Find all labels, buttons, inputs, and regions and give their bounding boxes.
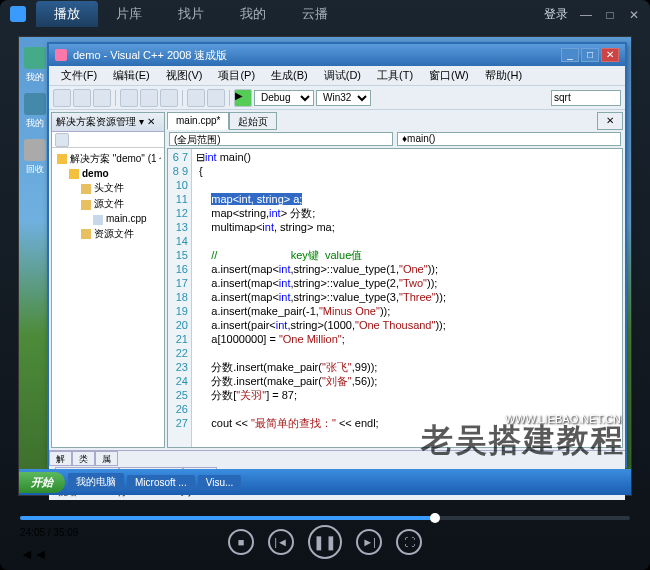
vs-window: demo - Visual C++ 2008 速成版 _ □ ✕ 文件(F) 编…: [47, 42, 627, 468]
vs-toolbar: ▶ Debug Win32: [49, 86, 625, 110]
scope-select[interactable]: (全局范围): [169, 132, 393, 146]
player-tab-find[interactable]: 找片: [160, 1, 222, 27]
tree-folder[interactable]: 资源文件: [55, 226, 161, 242]
tree-solution[interactable]: 解决方案 "demo" (1 个项目: [55, 151, 161, 167]
player-logo-icon: [10, 6, 26, 22]
editor-tab-start[interactable]: 起始页: [229, 112, 277, 130]
vs-app-icon: [55, 49, 67, 61]
seek-thumb-icon[interactable]: [430, 513, 440, 523]
task-item[interactable]: Visu...: [198, 475, 242, 490]
tb-new-icon[interactable]: [53, 89, 71, 107]
editor-panel: main.cpp* 起始页 ✕ (全局范围) ♦main() 6 7 8 9 1…: [167, 112, 623, 448]
btab-solution[interactable]: 解: [49, 451, 72, 466]
vs-title: demo - Visual C++ 2008 速成版: [73, 48, 227, 63]
tree-folder[interactable]: 头文件: [55, 180, 161, 196]
line-gutter: 6 7 8 9 10 11 12 13 14 15 16 17 18 19 20…: [168, 149, 192, 447]
player-tab-mine[interactable]: 我的: [222, 1, 284, 27]
player-titlebar: 播放 片库 找片 我的 云播 登录 — □ ✕: [0, 0, 650, 28]
tb-paste-icon[interactable]: [160, 89, 178, 107]
maximize-icon[interactable]: □: [604, 8, 616, 20]
desktop-icon[interactable]: 我的: [21, 93, 49, 130]
vs-max-icon[interactable]: □: [581, 48, 599, 62]
menu-edit[interactable]: 编辑(E): [105, 66, 158, 85]
tb-cut-icon[interactable]: [120, 89, 138, 107]
start-button[interactable]: 开始: [19, 472, 65, 493]
desktop-icon[interactable]: 回收: [21, 139, 49, 176]
menu-project[interactable]: 项目(P): [210, 66, 263, 85]
tree-folder[interactable]: 源文件: [55, 196, 161, 212]
player-tabs: 播放 片库 找片 我的 云播: [36, 1, 346, 27]
task-item[interactable]: 我的电脑: [68, 473, 124, 491]
video-viewport: 我的 我的 回收 demo - Visual C++ 2008 速成版 _ □ …: [18, 36, 632, 496]
vs-min-icon[interactable]: _: [561, 48, 579, 62]
menu-debug[interactable]: 调试(D): [316, 66, 369, 85]
solution-title: 解决方案资源管理 ▾ ✕: [52, 113, 164, 132]
xp-taskbar: 开始 我的电脑 Microsoft ... Visu...: [19, 469, 631, 495]
tree-project[interactable]: demo: [55, 167, 161, 180]
player-controls: ■ |◄ ❚❚ ►| ⛶: [0, 504, 650, 564]
login-link[interactable]: 登录: [544, 6, 568, 23]
watermark-text: 老吴搭建教程: [421, 419, 625, 463]
desktop-icon[interactable]: 我的: [21, 47, 49, 84]
tb-save-icon[interactable]: [93, 89, 111, 107]
menu-help[interactable]: 帮助(H): [477, 66, 530, 85]
function-select[interactable]: ♦main(): [397, 132, 621, 146]
stop-button[interactable]: ■: [228, 529, 254, 555]
menu-file[interactable]: 文件(F): [53, 66, 105, 85]
vs-close-icon[interactable]: ✕: [601, 48, 619, 62]
tree-file[interactable]: main.cpp: [55, 212, 161, 225]
btab-prop[interactable]: 属: [95, 451, 118, 466]
find-input[interactable]: [551, 90, 621, 106]
tb-undo-icon[interactable]: [187, 89, 205, 107]
tb-copy-icon[interactable]: [140, 89, 158, 107]
code-editor[interactable]: 6 7 8 9 10 11 12 13 14 15 16 17 18 19 20…: [167, 148, 623, 448]
fullscreen-button[interactable]: ⛶: [396, 529, 422, 555]
player-tab-cloud[interactable]: 云播: [284, 1, 346, 27]
player-tab-library[interactable]: 片库: [98, 1, 160, 27]
menu-build[interactable]: 生成(B): [263, 66, 316, 85]
config-select[interactable]: Debug: [254, 90, 314, 106]
editor-tab-main[interactable]: main.cpp*: [167, 112, 229, 130]
player-tab-play[interactable]: 播放: [36, 1, 98, 27]
next-button[interactable]: ►|: [356, 529, 382, 555]
code-text[interactable]: ⊟int main() { map<int, string> a; map<st…: [192, 149, 622, 447]
tb-open-icon[interactable]: [73, 89, 91, 107]
minimize-icon[interactable]: —: [580, 8, 592, 20]
tb-redo-icon[interactable]: [207, 89, 225, 107]
prev-track-icon[interactable]: ◄◄: [20, 546, 48, 562]
platform-select[interactable]: Win32: [316, 90, 371, 106]
time-display: 24:05 / 35:09: [20, 527, 78, 538]
play-pause-button[interactable]: ❚❚: [308, 525, 342, 559]
close-icon[interactable]: ✕: [628, 8, 640, 20]
solution-tree[interactable]: 解决方案 "demo" (1 个项目 demo 头文件 源文件 main.cpp…: [52, 148, 164, 245]
tb-run-icon[interactable]: ▶: [234, 89, 252, 107]
sol-tb-icon[interactable]: [55, 133, 69, 147]
vs-menubar: 文件(F) 编辑(E) 视图(V) 项目(P) 生成(B) 调试(D) 工具(T…: [49, 66, 625, 86]
btab-class[interactable]: 类: [72, 451, 95, 466]
solution-explorer: 解决方案资源管理 ▾ ✕ 解决方案 "demo" (1 个项目 demo 头文件…: [51, 112, 165, 448]
menu-tools[interactable]: 工具(T): [369, 66, 421, 85]
seek-bar[interactable]: [20, 516, 630, 520]
menu-view[interactable]: 视图(V): [158, 66, 211, 85]
editor-tab-close-icon[interactable]: ✕: [597, 112, 623, 130]
task-item[interactable]: Microsoft ...: [127, 475, 195, 490]
vs-titlebar[interactable]: demo - Visual C++ 2008 速成版 _ □ ✕: [49, 44, 625, 66]
menu-window[interactable]: 窗口(W): [421, 66, 477, 85]
prev-button[interactable]: |◄: [268, 529, 294, 555]
